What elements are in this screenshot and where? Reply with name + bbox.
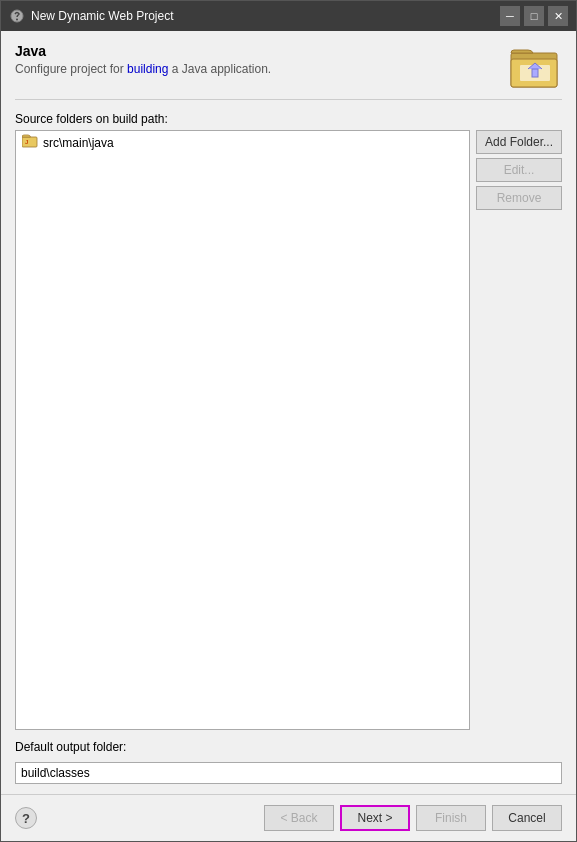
finish-button[interactable]: Finish bbox=[416, 805, 486, 831]
maximize-button[interactable]: □ bbox=[524, 6, 544, 26]
section-description: Configure project for building a Java ap… bbox=[15, 62, 507, 76]
help-button[interactable]: ? bbox=[15, 807, 37, 829]
folder-icon bbox=[510, 45, 560, 89]
back-button[interactable]: < Back bbox=[264, 805, 334, 831]
desc-prefix: Configure project for bbox=[15, 62, 127, 76]
source-folder-list[interactable]: J src\main\java bbox=[15, 130, 470, 730]
source-folder-path: src\main\java bbox=[43, 136, 114, 150]
window-controls: ─ □ ✕ bbox=[500, 6, 568, 26]
side-buttons: Add Folder... Edit... Remove bbox=[476, 130, 562, 730]
main-window: New Dynamic Web Project ─ □ ✕ Java Confi… bbox=[0, 0, 577, 842]
header-text: Java Configure project for building a Ja… bbox=[15, 43, 507, 76]
svg-text:J: J bbox=[25, 139, 28, 145]
svg-point-1 bbox=[16, 19, 18, 21]
section-header: Java Configure project for building a Ja… bbox=[15, 43, 562, 100]
nav-buttons: < Back Next > Finish Cancel bbox=[264, 805, 562, 831]
java-folder-icon: J bbox=[22, 134, 38, 151]
add-folder-button[interactable]: Add Folder... bbox=[476, 130, 562, 154]
output-folder-input[interactable] bbox=[15, 762, 562, 784]
svg-rect-5 bbox=[532, 69, 538, 77]
next-button[interactable]: Next > bbox=[340, 805, 410, 831]
edit-button[interactable]: Edit... bbox=[476, 158, 562, 182]
content-area: Java Configure project for building a Ja… bbox=[1, 31, 576, 794]
close-button[interactable]: ✕ bbox=[548, 6, 568, 26]
output-label: Default output folder: bbox=[15, 740, 562, 754]
desc-link[interactable]: building bbox=[127, 62, 168, 76]
bottom-bar: ? < Back Next > Finish Cancel bbox=[1, 794, 576, 841]
source-label: Source folders on build path: bbox=[15, 112, 562, 126]
folder-illustration bbox=[507, 43, 562, 91]
title-bar: New Dynamic Web Project ─ □ ✕ bbox=[1, 1, 576, 31]
remove-button[interactable]: Remove bbox=[476, 186, 562, 210]
window-icon bbox=[9, 8, 25, 24]
list-item: J src\main\java bbox=[16, 131, 469, 154]
minimize-button[interactable]: ─ bbox=[500, 6, 520, 26]
section-title: Java bbox=[15, 43, 507, 59]
desc-suffix: a Java application. bbox=[168, 62, 271, 76]
cancel-button[interactable]: Cancel bbox=[492, 805, 562, 831]
window-title: New Dynamic Web Project bbox=[31, 9, 500, 23]
build-path-area: J src\main\java Add Folder... Edit... Re… bbox=[15, 130, 562, 730]
output-section: Default output folder: bbox=[15, 740, 562, 784]
